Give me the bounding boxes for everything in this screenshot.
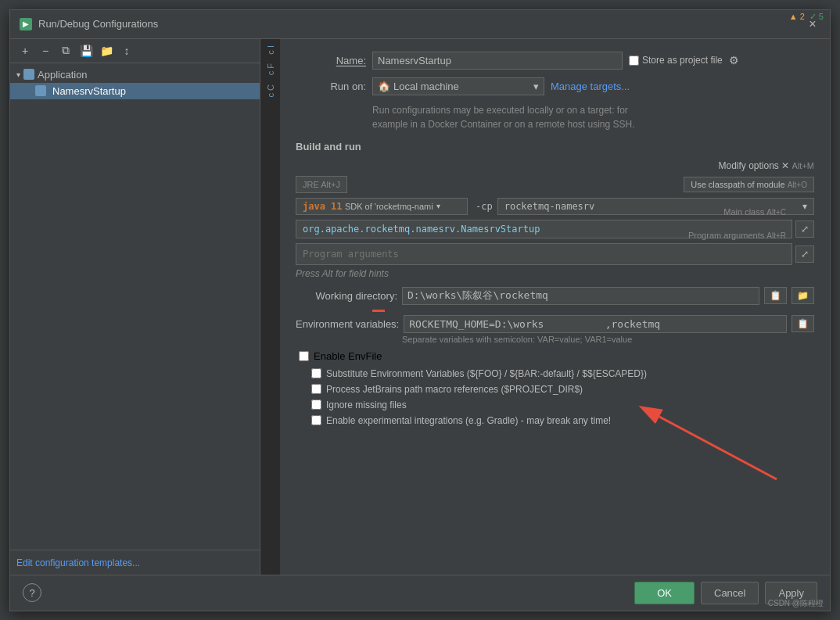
main-class-label-overlay: Main class Alt+C bbox=[723, 207, 786, 217]
java-sdk-dropdown[interactable]: java 11 SDK of 'rocketmq-nami ▾ bbox=[296, 198, 468, 215]
substitute-env-row: Substitute Environment Variables (${FOO}… bbox=[311, 368, 814, 379]
process-jetbrains-row: Process JetBrains path macro references … bbox=[311, 384, 814, 395]
run-on-label: Run on: bbox=[296, 81, 366, 92]
folder-config-button[interactable]: 📁 bbox=[98, 42, 115, 59]
sidebar-footer: Edit configuration templates... bbox=[10, 550, 260, 575]
store-as-project-label: Store as project file bbox=[629, 55, 723, 66]
java-dropdown-arrow: ▾ bbox=[436, 202, 440, 210]
local-machine-icon: 🏠 bbox=[378, 81, 390, 92]
prog-args-section: ⤢ Program arguments Alt+R bbox=[296, 243, 814, 265]
run-on-row: Run on: 🏠 Local machine ▾ Manage targets… bbox=[296, 77, 814, 95]
substitute-env-checkbox[interactable] bbox=[311, 368, 321, 378]
edit-templates-link[interactable]: Edit configuration templates... bbox=[16, 557, 140, 568]
tree-group-application[interactable]: ▾ Application bbox=[10, 66, 260, 83]
enable-envfile-checkbox[interactable] bbox=[299, 351, 309, 361]
sep-text: Separate variables with semicolon: VAR=v… bbox=[402, 335, 814, 344]
enable-experimental-checkbox[interactable] bbox=[311, 415, 321, 425]
ignore-missing-row: Ignore missing files bbox=[311, 400, 814, 410]
run-debug-dialog: ▲ 2 ✓ 5 ▶ Run/Debug Configurations × + −… bbox=[9, 9, 831, 611]
jre-label: JRE Alt+J bbox=[303, 180, 340, 189]
app-icon: ▶ bbox=[20, 18, 32, 30]
ignore-missing-label: Ignore missing files bbox=[326, 400, 407, 410]
env-vars-input[interactable] bbox=[404, 315, 787, 333]
manage-targets-link[interactable]: Manage targets... bbox=[551, 81, 630, 92]
cancel-button[interactable]: Cancel bbox=[701, 582, 759, 604]
use-classpath-shortcut: Alt+O bbox=[788, 181, 807, 189]
build-run-title: Build and run bbox=[296, 141, 814, 152]
dialog-title: Run/Debug Configurations bbox=[38, 18, 158, 30]
cp-flag-label: -cp bbox=[476, 201, 493, 212]
working-dir-row: Working directory: 📋 📁 bbox=[296, 287, 814, 305]
tree-arrow-icon: ▾ bbox=[16, 70, 20, 79]
modify-shortcut: Alt+M bbox=[792, 161, 814, 170]
store-as-project-checkbox[interactable] bbox=[629, 56, 639, 66]
prog-args-expand-button[interactable]: ⤢ bbox=[795, 245, 814, 263]
enable-experimental-label: Enable experimental integrations (e.g. G… bbox=[326, 415, 611, 426]
enable-envfile-row: Enable EnvFile bbox=[299, 350, 814, 362]
name-label: Name: bbox=[296, 55, 366, 66]
remove-config-button[interactable]: − bbox=[37, 42, 54, 59]
modify-options-row: Modify options ✕ Alt+M bbox=[296, 160, 814, 171]
run-on-value: Local machine bbox=[393, 81, 459, 92]
enable-envfile-label: Enable EnvFile bbox=[314, 350, 382, 362]
edge-label-1: c I bbox=[266, 45, 275, 55]
hint-text: Press Alt for field hints bbox=[296, 268, 814, 279]
cp-dropdown-arrow: ▾ bbox=[802, 201, 807, 212]
cp-value-text: rocketmq-namesrv bbox=[504, 201, 595, 212]
dialog-footer: ? OK Cancel Apply bbox=[10, 575, 830, 611]
notification-bar: ▲ 2 ✓ 5 bbox=[789, 12, 824, 22]
enable-experimental-row: Enable experimental integrations (e.g. G… bbox=[311, 415, 814, 426]
process-jetbrains-checkbox[interactable] bbox=[311, 384, 321, 394]
check-count: ✓ 5 bbox=[809, 12, 824, 22]
ignore-missing-checkbox[interactable] bbox=[311, 400, 321, 410]
watermark: CSDN @陈程橙 bbox=[768, 598, 824, 609]
tree-group-label: Application bbox=[38, 69, 88, 81]
env-vars-label: Environment variables: bbox=[296, 318, 399, 330]
working-dir-input[interactable] bbox=[402, 287, 759, 305]
substitute-env-label: Substitute Environment Variables (${FOO}… bbox=[326, 368, 647, 379]
gear-icon[interactable]: ⚙ bbox=[729, 54, 739, 66]
working-dir-browse-button[interactable]: 📋 bbox=[764, 287, 787, 304]
tree-item-namesrvstartup[interactable]: NamesrvStartup bbox=[10, 83, 260, 99]
prog-args-label-overlay: Program arguments Alt+R bbox=[688, 231, 786, 240]
dropdown-arrow-icon: ▾ bbox=[533, 81, 539, 92]
use-classpath-button[interactable]: Use classpath of module Alt+O bbox=[684, 177, 814, 192]
working-dir-folder-button[interactable]: 📁 bbox=[792, 287, 814, 304]
main-class-expand-button[interactable]: ⤢ bbox=[795, 220, 814, 238]
jre-button[interactable]: JRE Alt+J bbox=[296, 176, 347, 193]
modify-options-link[interactable]: Modify options ✕ Alt+M bbox=[719, 160, 815, 171]
env-vars-row: Environment variables: 📋 bbox=[296, 315, 814, 333]
process-jetbrains-label: Process JetBrains path macro references … bbox=[326, 384, 583, 395]
copy-config-button[interactable]: ⧉ bbox=[57, 42, 74, 59]
application-icon bbox=[23, 69, 34, 80]
left-edge: c I c F c C bbox=[260, 39, 280, 575]
modify-x-icon: ✕ bbox=[781, 160, 789, 171]
add-config-button[interactable]: + bbox=[16, 42, 34, 59]
title-bar-left: ▶ Run/Debug Configurations bbox=[20, 18, 158, 30]
prog-args-row: ⤢ bbox=[296, 243, 814, 265]
sort-config-button[interactable]: ↕ bbox=[118, 42, 135, 59]
run-on-dropdown[interactable]: 🏠 Local machine ▾ bbox=[372, 77, 544, 95]
jre-row: JRE Alt+J Use classpath of module Alt+O bbox=[296, 176, 814, 193]
desc-text: Run configurations may be executed local… bbox=[372, 103, 814, 131]
save-config-button[interactable]: 💾 bbox=[77, 42, 95, 59]
main-panel: Name: Store as project file ⚙ Run on: 🏠 … bbox=[280, 39, 830, 575]
dialog-content: + − ⧉ 💾 📁 ↕ ▾ Application NamesrvStartup bbox=[10, 39, 830, 575]
config-item-icon bbox=[35, 85, 46, 96]
sidebar: + − ⧉ 💾 📁 ↕ ▾ Application NamesrvStartup bbox=[10, 39, 260, 575]
help-button[interactable]: ? bbox=[23, 583, 41, 602]
ok-button[interactable]: OK bbox=[634, 582, 695, 604]
config-tree: ▾ Application NamesrvStartup bbox=[10, 63, 260, 550]
name-row: Name: Store as project file ⚙ bbox=[296, 52, 814, 70]
tree-item-label: NamesrvStartup bbox=[52, 85, 126, 97]
red-indicator bbox=[372, 310, 385, 312]
title-bar: ▶ Run/Debug Configurations × bbox=[10, 10, 830, 39]
working-dir-label: Working directory: bbox=[296, 290, 397, 302]
edge-label-3: c C bbox=[266, 84, 275, 98]
env-vars-edit-button[interactable]: 📋 bbox=[792, 315, 814, 332]
name-input[interactable] bbox=[372, 52, 623, 70]
edge-label-2: c F bbox=[266, 63, 275, 75]
use-classpath-label: Use classpath of module bbox=[691, 180, 784, 189]
sidebar-toolbar: + − ⧉ 💾 📁 ↕ bbox=[10, 39, 260, 63]
prog-args-input[interactable] bbox=[296, 243, 792, 265]
